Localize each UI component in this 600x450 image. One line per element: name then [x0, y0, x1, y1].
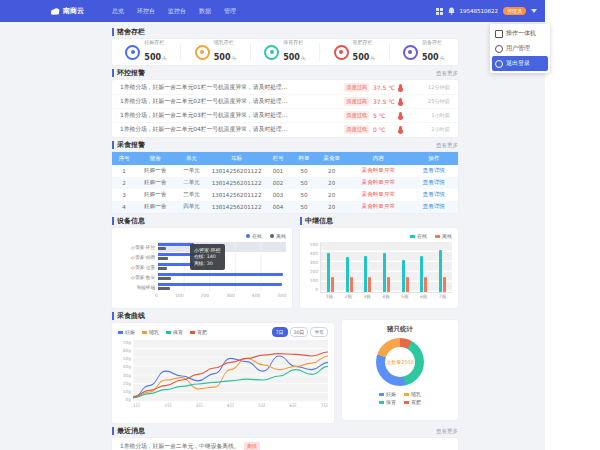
stat-value-line: 500头 — [214, 46, 237, 64]
stat-item-2[interactable]: 保育存栏500头 — [251, 43, 320, 61]
legend-item-在线[interactable]: 在线 — [246, 233, 262, 239]
relay-group-4[interactable] — [402, 242, 409, 292]
column-header-3: 耳标 — [209, 152, 264, 165]
stat-icon-dot — [270, 50, 274, 54]
apps-grid-icon[interactable] — [436, 8, 443, 15]
app-window: 南商云 总览环控台监控台数据管理 19548510622 管理员 操作一体机用户… — [0, 0, 545, 450]
nav-item-2[interactable]: 监控台 — [168, 7, 186, 16]
donut-legend-item-育肥[interactable]: 育肥 — [404, 399, 421, 405]
legend-item-保育[interactable]: 保育 — [166, 329, 183, 335]
legend-item-离线[interactable]: 离线 — [270, 233, 286, 239]
alarm-time: 12分钟前 — [420, 84, 450, 91]
device-bars — [158, 272, 286, 282]
detail-link[interactable]: 查看详情 — [410, 165, 459, 177]
legend-label: 哺乳 — [149, 329, 159, 335]
offline-bar — [443, 277, 446, 292]
stat-item-4[interactable]: 后备存栏500头 — [390, 43, 458, 61]
stat-unit: 头 — [440, 55, 445, 61]
messages-more-link[interactable]: 查看更多 — [436, 428, 458, 435]
relay-group-5[interactable] — [420, 242, 427, 292]
table-cell: 13814256201122 — [209, 165, 264, 177]
nav-item-4[interactable]: 管理 — [224, 7, 236, 16]
device-row-3[interactable]: 小管家·数采 — [118, 272, 286, 282]
section-title: 最近消息 — [112, 427, 145, 435]
app-title: 南商云 — [63, 6, 84, 16]
online-bar — [383, 253, 386, 293]
env-alarm-row-2[interactable]: 1养殖分场，妊娠一舍二单元03栏一号机温度异常，请及时处理…温度过低5 ℃1小时… — [112, 109, 458, 123]
env-alarm-row-1[interactable]: 1养殖分场，妊娠一舍二单元02栏一号机温度异常，请及时处理…温度过高37.5 ℃… — [112, 95, 458, 109]
range-button-30日[interactable]: 30日 — [290, 327, 309, 337]
donut-legend-item-妊娠[interactable]: 妊娠 — [379, 391, 396, 397]
detail-link[interactable]: 查看详情 — [410, 201, 459, 213]
env-alarm-more-link[interactable]: 查看更多 — [436, 70, 458, 77]
dropdown-item-0[interactable]: 操作一体机 — [490, 26, 550, 41]
table-cell: 13814256201122 — [209, 189, 264, 201]
range-button-半年[interactable]: 半年 — [310, 327, 328, 337]
relay-group-2[interactable] — [364, 242, 371, 292]
table-cell: 采食料量异常 — [347, 177, 409, 189]
charts-row: 设备信息 在线离线 小管家·环控小管家·饲喂小管家·估重小管家·数采智能终端 0… — [112, 213, 458, 308]
donut-center-label: 总数量2500 — [376, 338, 424, 386]
table-row-2: 3妊娠一舍三单元138142562011220035020采食料量异常查看详情 — [112, 189, 458, 201]
legend-item-离线[interactable]: 离线 — [435, 233, 452, 239]
detail-link[interactable]: 查看详情 — [410, 177, 459, 189]
stat-unit: 头 — [162, 55, 167, 61]
dropdown-item-2[interactable]: 退出登录 — [492, 56, 548, 71]
thermometer-icon — [399, 112, 402, 119]
device-tooltip: 小管家·环控在线: 140离线: 30 — [190, 244, 225, 270]
column-header-7: 内容 — [347, 152, 409, 165]
column-header-6: 采食量 — [316, 152, 347, 165]
table-cell: 50 — [292, 189, 316, 201]
messages-card: 1养殖分场，妊娠一舍二单元，中继设备离线。离线2养殖分场，妊娠一舍二单元，中继设… — [112, 438, 458, 450]
table-row-3: 4妊娠一舍四单元138142562011220045020采食料量异常查看详情 — [112, 201, 458, 213]
relay-group-1[interactable] — [346, 242, 353, 292]
stat-item-1[interactable]: 哺乳存栏500头 — [181, 43, 250, 61]
user-dropdown: 操作一体机用户管理退出登录 — [490, 24, 550, 73]
alarm-temp-value: 37.5 ℃ — [373, 84, 395, 91]
donut-legend-item-哺乳[interactable]: 哺乳 — [404, 391, 421, 397]
navbar-left: 南商云 总览环控台监控台数据管理 — [8, 6, 236, 16]
stat-item-0[interactable]: 妊娠存栏500头 — [112, 43, 181, 61]
device-row-4[interactable]: 智能终端 — [118, 282, 286, 292]
feed-alarm-more-link[interactable]: 查看更多 — [436, 142, 458, 149]
bell-icon[interactable] — [448, 7, 455, 15]
legend-item-育肥[interactable]: 育肥 — [190, 329, 207, 335]
online-bar — [158, 243, 194, 246]
monitor-icon — [495, 30, 503, 38]
offline-bar — [158, 267, 167, 270]
detail-link[interactable]: 查看详情 — [410, 189, 459, 201]
column-header-1: 猪舍 — [136, 152, 174, 165]
env-alarm-row-0[interactable]: 1养殖分场，妊娠一舍二单元01栏一号机温度异常，请及时处理…温度过高37.5 ℃… — [112, 81, 458, 95]
legend-item-妊娠[interactable]: 妊娠 — [118, 329, 135, 335]
legend-item-哺乳[interactable]: 哺乳 — [142, 329, 159, 335]
top-navbar: 南商云 总览环控台监控台数据管理 19548510622 管理员 — [0, 0, 545, 22]
stat-unit: 头 — [370, 55, 375, 61]
y-tick: 50g — [118, 356, 131, 361]
table-cell: 四单元 — [174, 201, 209, 213]
nav-item-1[interactable]: 环控台 — [137, 7, 155, 16]
stat-texts: 后备存栏500头 — [422, 40, 445, 63]
env-alarm-row-3[interactable]: 1养殖分场，妊娠一舍二单元04栏一号机温度异常，请及时处理…温度过低0 ℃2小时… — [112, 123, 458, 136]
y-tick: 70g — [118, 340, 131, 345]
app-logo[interactable]: 南商云 — [50, 6, 84, 16]
table-cell: 妊娠一舍 — [136, 177, 174, 189]
dropdown-item-1[interactable]: 用户管理 — [490, 41, 550, 56]
donut-chart: 总数量2500 — [376, 338, 424, 386]
relay-group-6[interactable] — [439, 242, 446, 292]
stat-item-3[interactable]: 育肥存栏500头 — [320, 43, 389, 61]
device-chart-card: 在线离线 小管家·环控小管家·饲喂小管家·估重小管家·数采智能终端 010020… — [112, 228, 292, 308]
chevron-down-icon[interactable] — [531, 9, 537, 13]
range-button-7日[interactable]: 7日 — [272, 327, 288, 337]
relay-group-0[interactable] — [327, 242, 334, 292]
device-category-label: 小管家·估重 — [118, 265, 158, 270]
relay-group-3[interactable] — [383, 242, 390, 292]
offline-bar — [350, 277, 353, 292]
section-title: 环控报警 — [112, 69, 145, 77]
donut-legend-item-保育[interactable]: 保育 — [379, 399, 396, 405]
nav-item-3[interactable]: 数据 — [199, 7, 211, 16]
message-row-0[interactable]: 1养殖分场，妊娠一舍二单元，中继设备离线。离线 — [112, 440, 458, 450]
table-cell: 13814256201122 — [209, 201, 264, 213]
nav-item-0[interactable]: 总览 — [112, 7, 124, 16]
table-cell: 三单元 — [174, 189, 209, 201]
legend-item-在线[interactable]: 在线 — [410, 233, 427, 239]
